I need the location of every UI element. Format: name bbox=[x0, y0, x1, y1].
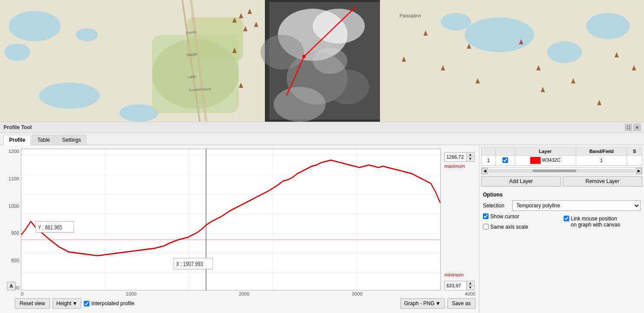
svg-text:X : 1907.993: X : 1907.993 bbox=[176, 261, 203, 268]
map-area[interactable]: Troms Norge Lappi Suomi/Finland Paissijä… bbox=[0, 0, 644, 122]
chart-x-axis: 0 1000 2000 3000 4000 bbox=[21, 290, 476, 296]
svg-point-24 bbox=[274, 87, 326, 122]
add-layer-button[interactable]: Add Layer bbox=[481, 176, 561, 186]
graph-format-label: Graph - PNG bbox=[404, 300, 435, 306]
x-label-0: 0 bbox=[21, 291, 23, 296]
layer-table: Layer Band/Field S 1 W3432C bbox=[481, 147, 642, 166]
interpolated-checkbox[interactable] bbox=[84, 301, 89, 306]
min-value-input[interactable] bbox=[445, 282, 466, 289]
min-spinbox[interactable]: ▲ ▼ bbox=[444, 281, 475, 290]
scroll-thumb[interactable] bbox=[533, 170, 577, 172]
tabs-row: Profile Table Settings bbox=[0, 133, 644, 145]
svg-point-1 bbox=[9, 11, 61, 41]
profile-tool-header: Profile Tool ☐ ✕ bbox=[0, 122, 644, 133]
interpolated-label: Interpolated profile bbox=[91, 300, 134, 306]
col-num bbox=[482, 147, 496, 156]
layer-checkbox[interactable] bbox=[502, 157, 508, 163]
col-band: Band/Field bbox=[576, 147, 627, 156]
layer-color-swatch bbox=[530, 157, 541, 164]
x-label-4000: 4000 bbox=[465, 291, 476, 296]
layer-buttons: Add Layer Remove Layer bbox=[481, 176, 642, 186]
remove-layer-button[interactable]: Remove Layer bbox=[563, 176, 643, 186]
selection-dropdown[interactable]: Temporary polyline bbox=[512, 200, 641, 211]
svg-point-6 bbox=[441, 13, 471, 30]
min-down-arrow[interactable]: ▼ bbox=[467, 286, 474, 290]
y-label-800: 800 bbox=[3, 258, 19, 263]
link-mouse-checkbox[interactable] bbox=[564, 216, 569, 221]
tab-settings[interactable]: Settings bbox=[56, 135, 86, 145]
same-axis-row: Same axis scale bbox=[483, 224, 560, 230]
chart-wrapper[interactable]: Y : 861.965 X : 1907.993 bbox=[21, 149, 441, 290]
max-value-input[interactable] bbox=[445, 153, 466, 160]
left-checkboxes: Show cursor Same axis scale bbox=[483, 213, 560, 232]
col-check bbox=[495, 147, 515, 156]
options-selection-row: Selection Temporary polyline bbox=[483, 200, 641, 211]
options-checkboxes-row: Show cursor Same axis scale Link mouse p… bbox=[483, 213, 641, 232]
svg-text:Lappi: Lappi bbox=[187, 74, 196, 79]
svg-point-4 bbox=[465, 17, 534, 52]
same-axis-label: Same axis scale bbox=[490, 224, 528, 230]
max-spinbox[interactable]: ▲ ▼ bbox=[444, 152, 475, 162]
right-checkboxes: Link mouse position on graph with canvas bbox=[564, 216, 641, 230]
layer-checkbox-cell[interactable] bbox=[495, 156, 515, 166]
tab-table[interactable]: Table bbox=[32, 135, 56, 145]
svg-text:Y : 861.965: Y : 861.965 bbox=[38, 224, 62, 231]
show-cursor-label: Show cursor bbox=[490, 213, 519, 220]
x-label-2000: 2000 bbox=[239, 291, 249, 296]
save-as-button[interactable]: Save as bbox=[447, 298, 476, 309]
graph-format-arrow: ▼ bbox=[436, 300, 441, 306]
interpolated-checkbox-label[interactable]: Interpolated profile bbox=[84, 300, 134, 306]
horizontal-scrollbar[interactable]: ◀ ▶ bbox=[481, 167, 642, 174]
svg-text:Paissijärvi: Paissijärvi bbox=[400, 13, 421, 18]
max-down-arrow[interactable]: ▼ bbox=[467, 157, 474, 161]
options-title: Options bbox=[483, 192, 641, 198]
label-minimum: minimum bbox=[444, 272, 464, 277]
tab-profile[interactable]: Profile bbox=[3, 135, 31, 145]
scroll-track[interactable] bbox=[489, 169, 635, 173]
svg-point-20 bbox=[313, 9, 365, 43]
svg-point-25 bbox=[313, 48, 347, 74]
close-button[interactable]: ✕ bbox=[634, 124, 641, 131]
show-cursor-checkbox[interactable] bbox=[483, 213, 489, 219]
reset-view-button[interactable]: Reset view bbox=[15, 298, 50, 309]
header-controls: ☐ ✕ bbox=[625, 124, 641, 131]
x-label-3000: 3000 bbox=[352, 291, 362, 296]
scroll-right-arrow[interactable]: ▶ bbox=[636, 168, 642, 174]
y-label-1100: 1100 bbox=[3, 176, 19, 181]
layer-name: W3432C bbox=[542, 157, 561, 163]
col-layer: Layer bbox=[515, 147, 576, 156]
profile-tool-title: Profile Tool bbox=[3, 124, 32, 130]
chart-area: 1200 1100 1000 900 800 700 bbox=[0, 145, 479, 313]
link-mouse-label: Link mouse position on graph with canvas bbox=[571, 216, 620, 228]
main-content: 1200 1100 1000 900 800 700 bbox=[0, 145, 644, 313]
min-up-arrow[interactable]: ▲ bbox=[467, 281, 474, 286]
right-panel: Layer Band/Field S 1 W3432C bbox=[479, 145, 644, 313]
max-up-arrow[interactable]: ▲ bbox=[467, 153, 474, 157]
layer-s bbox=[627, 156, 642, 166]
col-s: S bbox=[627, 147, 642, 156]
graph-format-dropdown[interactable]: Graph - PNG ▼ bbox=[400, 298, 445, 309]
scroll-left-arrow[interactable]: ◀ bbox=[482, 168, 488, 174]
options-section: Options Selection Temporary polyline Sho… bbox=[481, 190, 642, 236]
height-label: Height bbox=[56, 300, 72, 306]
y-label-1000: 1000 bbox=[3, 203, 19, 209]
chart-bottom-bar: A Reset view Height ▼ Interpolated profi… bbox=[3, 296, 476, 310]
height-dropdown[interactable]: Height ▼ bbox=[53, 298, 82, 309]
link-mouse-row: Link mouse position on graph with canvas bbox=[564, 216, 641, 228]
chart-y-axis: 1200 1100 1000 900 800 700 bbox=[3, 149, 21, 290]
layer-row-1: 1 W3432C 1 bbox=[482, 156, 642, 166]
layer-id: 1 bbox=[482, 156, 496, 166]
height-dropdown-arrow: ▼ bbox=[72, 300, 77, 306]
chart-container: 1200 1100 1000 900 800 700 bbox=[3, 149, 476, 290]
selection-label: Selection bbox=[483, 203, 509, 209]
profile-tool-panel: Profile Tool ☐ ✕ Profile Table Settings … bbox=[0, 122, 644, 313]
chart-right-controls: ▲ ▼ maximum minimum ▲ ▼ bbox=[441, 149, 476, 290]
restore-button[interactable]: ☐ bbox=[625, 124, 632, 131]
same-axis-checkbox[interactable] bbox=[483, 224, 489, 230]
y-label-900: 900 bbox=[3, 230, 19, 236]
svg-point-3 bbox=[76, 28, 98, 41]
svg-point-8 bbox=[39, 83, 100, 109]
y-label-1200: 1200 bbox=[3, 149, 19, 154]
label-maximum: maximum bbox=[444, 163, 465, 169]
a-button[interactable]: A bbox=[7, 282, 16, 290]
